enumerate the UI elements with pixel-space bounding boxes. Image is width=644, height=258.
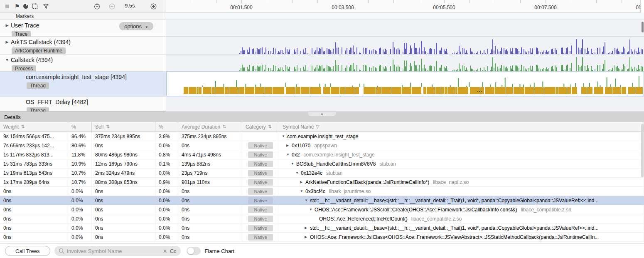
callstack-slice[interactable] [506,87,513,94]
options-button[interactable]: options▼ [119,22,153,30]
ffrt-thread-track-chart[interactable] [166,97,644,112]
symbol-search-box[interactable]: ✕ Cc [54,246,181,256]
column-header-[interactable]: % [155,122,178,131]
markers-row[interactable]: Markers [0,12,166,20]
callstack-slice[interactable] [441,87,444,94]
callstack-slice[interactable] [635,87,643,94]
callstack-slice[interactable] [229,87,239,94]
flame-chart-toggle[interactable] [187,247,201,255]
callstack-slice[interactable] [255,87,265,94]
callstack-slice[interactable] [265,87,272,94]
callstack-slice[interactable] [458,87,468,94]
selected-thread-track-chart[interactable]: ... [166,72,644,97]
collapse-arrow-icon[interactable]: ▼ [282,134,287,138]
table-row[interactable]: 0ns0.0%0ns0.0%0nsNative▶OHOS::Ace::Frame… [0,233,644,242]
call-trees-tab[interactable]: Call Trees [5,246,50,256]
filter-icon[interactable]: ▽ [316,124,319,129]
expand-arrow-icon[interactable]: ▶ [305,235,310,239]
expand-arrow-icon[interactable]: ▶ [286,144,292,147]
callstack-slice[interactable] [581,87,587,94]
callstack-slice[interactable] [412,87,421,94]
callstack-slice[interactable] [445,87,447,94]
callstack-slice[interactable] [184,87,188,94]
callstack-slice[interactable] [628,87,635,94]
callstack-slice[interactable] [301,87,310,94]
column-header-[interactable]: % [68,122,92,131]
sort-icon[interactable]: ⇅ [21,124,25,129]
callstack-slice[interactable] [364,87,376,94]
callstack-slice[interactable] [245,87,254,94]
expand-arrow-icon[interactable]: ▶ [3,40,11,44]
table-row[interactable]: 0ns0.0%0ns0.0%0nsNative▼OHOS::Ace::Frame… [0,205,644,214]
match-case-toggle[interactable]: Cc [170,248,177,254]
callstack-slice[interactable] [485,87,494,94]
track-user-trace[interactable]: ▶User TraceTraceoptions▼ [0,20,166,37]
table-row[interactable]: 0ns0.0%0ns0.0%0nsNative▼0x3bcf4clibark_j… [0,187,644,196]
sort-icon[interactable]: ⇅ [222,124,226,129]
callstack-slice[interactable] [525,87,534,94]
expand-arrow-icon[interactable]: ▶ [3,23,11,27]
callstack-slice[interactable] [423,87,426,94]
table-row[interactable]: 7s 656ms 233µs 142...80.6%0ns0.0%0nsNati… [0,141,644,150]
callstack-slice[interactable] [340,87,345,94]
collapse-arrow-icon[interactable]: ▼ [286,153,292,156]
callstack-slice[interactable] [225,87,229,94]
table-row[interactable]: 1s 117ms 832µs 813...11.8%80ms 486µs 980… [0,150,644,159]
track-arkts-callstack-4394[interactable]: ▶ArkTS Callstack (4394)ArkCompiler Runti… [0,37,166,55]
callstack-slice[interactable] [534,87,544,94]
callstack-process-track-chart[interactable] [166,55,644,72]
table-row[interactable]: 0ns0.0%0ns0.0%0nsNative▶std::__h::__vari… [0,223,644,233]
callstack-slice[interactable] [556,87,558,94]
expand-arrow-icon[interactable]: ▶ [305,226,310,230]
track-callstack-4394[interactable]: ▼Callstack (4394)Process [0,55,166,72]
callstack-slice[interactable] [447,87,455,94]
callstack-slice[interactable] [381,87,392,94]
zoom-out-button[interactable] [107,2,116,11]
column-header-weight[interactable]: Weight⇅ [0,122,68,131]
callstack-slice[interactable] [514,87,524,94]
collapse-arrow-icon[interactable]: ▼ [305,198,310,202]
callstack-slice[interactable] [495,87,506,94]
callstack-slice[interactable] [331,87,340,94]
search-input[interactable] [67,248,160,254]
callstack-slice[interactable] [286,87,295,94]
table-row[interactable]: 1s 17ms 289µs 64ns10.7%88ms 308µs 853ns0… [0,178,644,187]
filter-button[interactable] [41,2,50,11]
callstack-slice[interactable] [558,87,566,94]
arkts-callstack-track-chart[interactable] [166,37,644,55]
flag-marker-button[interactable]: ⚑ [12,2,22,11]
track-os-ffrt-delay-4482[interactable]: OS_FFRT_Delay [4482]Thread [0,97,166,112]
zoom-in-button[interactable] [149,2,158,11]
collapse-arrow-icon[interactable]: ▼ [300,189,305,193]
callstack-slice[interactable] [594,87,603,94]
callstack-slice[interactable] [435,87,441,94]
track-com-example-insight-test-stage-439[interactable]: com.example.insight_test_stage [4394]Thr… [0,72,166,97]
callstack-slice[interactable] [345,87,355,94]
callstack-slice[interactable] [402,87,411,94]
column-header-symbol-name[interactable]: Symbol Name▽ [279,122,644,131]
callstack-slice[interactable] [392,87,401,94]
user-trace-track-chart[interactable] [166,20,644,37]
callstack-slice[interactable] [544,87,555,94]
callstack-slice[interactable] [567,87,571,94]
stop-capture-button[interactable] [2,2,12,11]
callstack-slice[interactable] [239,87,244,94]
column-header-category[interactable]: Category⇅ [242,122,279,131]
callstack-slice[interactable] [323,87,330,94]
reset-zoom-button[interactable] [92,2,101,11]
callstack-slice[interactable] [203,87,211,94]
callstack-slice[interactable] [622,87,626,94]
callstack-slice[interactable] [376,87,381,94]
restart-capture-button[interactable] [30,2,39,11]
callstack-slice[interactable] [212,87,215,94]
table-row[interactable]: 1s 19ms 613µs 543ns10.7%2ms 324µs 479ns0… [0,169,644,178]
callstack-slice[interactable] [199,87,201,94]
callstack-slice[interactable] [455,87,457,94]
callstack-slice[interactable] [310,87,321,94]
collapse-details-handle[interactable]: ▼ [308,112,336,116]
collapse-arrow-icon[interactable]: ▼ [3,58,11,62]
sort-icon[interactable]: ⇅ [268,124,272,129]
table-row[interactable]: 0ns0.0%0ns0.0%0nsNative▼std::__h::__vari… [0,196,644,205]
column-header-self[interactable]: Self⇅ [92,122,155,131]
callstack-slice[interactable] [605,87,612,94]
